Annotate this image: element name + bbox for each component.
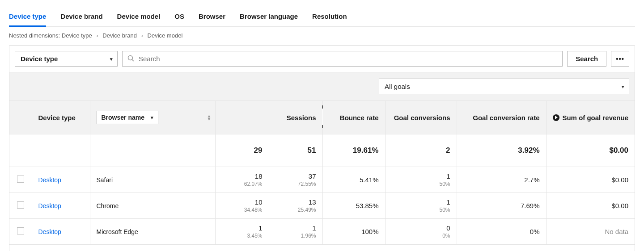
goal-rate-value: 2.7% (463, 176, 540, 184)
chevron-right-icon: › (96, 32, 98, 39)
goal-conv-pct: 0% (392, 233, 450, 239)
table-row: Desktop Safari 1862.07% 3772.55% 5.41% 1… (9, 167, 635, 193)
col-sessions[interactable]: Sessions (269, 101, 322, 134)
controls-row: Device type ▾ Search ••• (9, 46, 635, 72)
totals-row: 29 51 19.61% 2 3.92% $0.00 (9, 134, 635, 167)
users-pct: 62.07% (222, 181, 263, 187)
col-goal-revenue-label: Sum of goal revenue (562, 114, 628, 121)
tab-device-type[interactable]: Device type (9, 9, 46, 27)
device-type-link[interactable]: Desktop (38, 176, 61, 184)
search-button[interactable]: Search (567, 51, 606, 67)
breadcrumb: Nested dimensions: Device type › Device … (9, 32, 635, 39)
totals-bounce: 19.61% (322, 134, 385, 167)
goals-select[interactable]: All goals ▾ (379, 79, 629, 94)
totals-goal-conv: 2 (385, 134, 457, 167)
device-type-link[interactable]: Desktop (38, 228, 61, 235)
col-goal-revenue[interactable]: Sum of goal revenue (546, 101, 635, 134)
dimension-select[interactable]: Device type ▾ (15, 51, 118, 67)
users-value: 10 (222, 198, 263, 206)
bounce-value: 5.41% (329, 176, 379, 184)
breadcrumb-item[interactable]: Device brand (102, 32, 137, 39)
users-pct: 34.48% (222, 207, 263, 213)
breadcrumb-item[interactable]: Device type (62, 32, 92, 39)
play-icon (553, 114, 559, 121)
sessions-value: 37 (275, 172, 316, 180)
sessions-pct: 72.55% (275, 181, 316, 187)
tab-device-model[interactable]: Device model (117, 9, 161, 27)
sessions-pct: 25.49% (275, 207, 316, 213)
goal-conv-value: 0 (392, 224, 450, 232)
tab-browser[interactable]: Browser (199, 9, 225, 27)
row-checkbox[interactable] (17, 176, 24, 183)
bounce-value: 53.85% (329, 202, 379, 209)
row-checkbox[interactable] (17, 227, 24, 234)
goal-rate-value: 0% (463, 228, 540, 235)
browser-name-select-label: Browser name (102, 114, 144, 121)
browser-cell: Microsoft Edge (90, 219, 215, 245)
svg-point-0 (128, 55, 132, 60)
totals-sessions: 51 (269, 134, 322, 167)
col-bounce-rate[interactable]: Bounce rate (322, 101, 385, 134)
browser-cell: Chrome (90, 193, 215, 219)
col-goal-conversion-rate[interactable]: Goal conversion rate (457, 101, 546, 134)
svg-line-1 (132, 59, 134, 61)
tab-resolution[interactable]: Resolution (312, 9, 347, 27)
tab-device-brand[interactable]: Device brand (60, 9, 102, 27)
goal-conv-value: 1 (392, 198, 450, 206)
dimension-select-label: Device type (21, 55, 58, 63)
goal-conv-pct: 50% (392, 207, 450, 213)
browser-name-select[interactable]: Browser name ▾ (97, 111, 158, 124)
dimension-tabs: Device type Device brand Device model OS… (9, 9, 635, 27)
col-checkbox (9, 101, 32, 134)
sessions-pct: 1.96% (275, 233, 316, 239)
goal-conv-pct: 50% (392, 181, 450, 187)
chevron-down-icon: ▾ (622, 84, 624, 89)
col-browser-name: Browser name ▾ ▲▼ (90, 101, 215, 134)
goals-bar: All goals ▾ (9, 72, 635, 100)
breadcrumb-item[interactable]: Device model (148, 32, 183, 39)
col-users[interactable] (215, 101, 269, 134)
users-pct: 3.45% (222, 233, 263, 239)
goal-rev-value: No data (553, 228, 629, 235)
search-icon (127, 54, 135, 63)
table-footer: Items per page: 10 ▾ 3 items Page 1 out … (9, 244, 635, 251)
chevron-down-icon: ▾ (110, 56, 113, 62)
totals-goal-rate: 3.92% (457, 134, 546, 167)
goals-select-label: All goals (385, 83, 410, 90)
device-type-link[interactable]: Desktop (38, 202, 61, 209)
users-value: 18 (222, 172, 263, 180)
search-field[interactable] (122, 51, 563, 67)
users-value: 1 (222, 224, 263, 232)
table-row: Desktop Chrome 1034.48% 1325.49% 53.85% … (9, 193, 635, 219)
data-table: Device type Browser name ▾ ▲▼ Sessi (9, 100, 635, 244)
col-goal-conversions[interactable]: Goal conversions (385, 101, 457, 134)
search-input[interactable] (123, 51, 562, 66)
sessions-value: 13 (275, 198, 316, 206)
more-options-button[interactable]: ••• (611, 51, 629, 67)
totals-users: 29 (215, 134, 269, 167)
totals-goal-rev: $0.00 (546, 134, 635, 167)
chevron-right-icon: › (141, 32, 143, 39)
browser-cell: Safari (90, 167, 215, 193)
table-row: Desktop Microsoft Edge 13.45% 11.96% 100… (9, 219, 635, 245)
goal-rev-value: $0.00 (553, 202, 629, 209)
row-checkbox[interactable] (17, 201, 24, 209)
chevron-down-icon: ▾ (151, 115, 153, 121)
sessions-value: 1 (275, 224, 316, 232)
goal-rev-value: $0.00 (553, 176, 629, 184)
sort-icon[interactable]: ▲▼ (207, 114, 212, 121)
tab-browser-language[interactable]: Browser language (240, 9, 298, 27)
goal-conv-value: 1 (392, 172, 450, 180)
tab-os[interactable]: OS (174, 9, 184, 27)
bounce-value: 100% (329, 228, 379, 235)
breadcrumb-prefix: Nested dimensions: (9, 32, 60, 39)
report-panel: Device type ▾ Search ••• All goals ▾ Dev… (9, 45, 635, 251)
goal-rate-value: 7.69% (463, 202, 540, 209)
col-device-type[interactable]: Device type (32, 101, 90, 134)
